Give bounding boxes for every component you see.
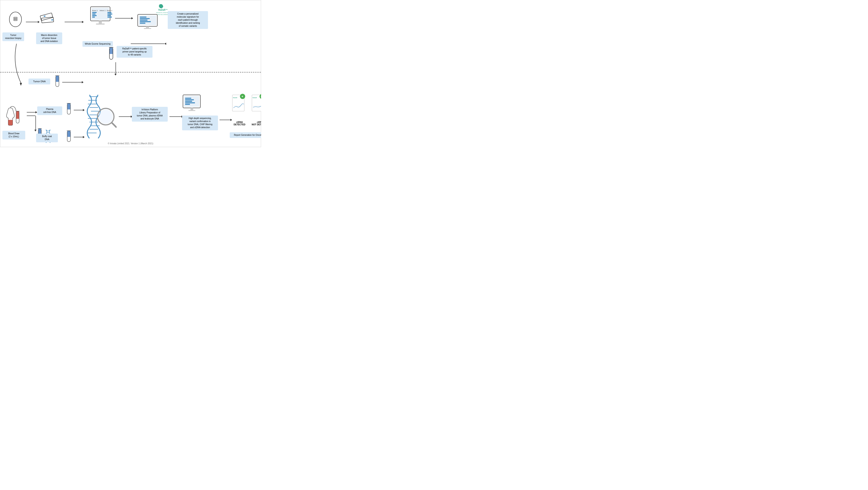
wes-label: Whole Exome Sequencing [83,41,113,47]
svg-rect-45 [16,111,19,119]
workflow-diagram: Tumor resection/ biopsy Macro dissection… [0,0,261,147]
arrow-tumor-to-helix [62,81,84,83]
svg-rect-84 [185,102,195,103]
svg-point-0 [9,12,22,27]
svg-marker-40 [20,83,22,86]
svg-rect-2 [14,18,15,19]
arrow-blood-buffy-head [34,130,36,131]
svg-rect-18 [92,13,95,14]
svg-text:RaDaR: RaDaR [233,97,237,98]
ctdna-not-detected-label: ctDNA NOT DETECTED [250,121,261,126]
wes-icon: Exon 1 Intron 1 Exon 2 [84,6,117,35]
arrow-highdepth-ctdna [219,119,232,121]
svg-rect-12 [99,21,102,24]
svg-rect-48 [67,103,70,110]
svg-rect-82 [185,99,194,100]
svg-text:RESIDUAL DISEASE: RESIDUAL DISEASE [156,12,168,13]
section-divider [0,72,261,72]
arrow-4 [131,43,166,45]
blood-draw-icon [3,105,27,129]
arrow-invision-highdepth [169,116,183,118]
tumor-dna-label: Tumor DNA [29,79,50,85]
arrow-blood-buffy-h [27,116,35,116]
ctdna-not-detected-icon: RaDaR - [251,94,261,119]
report-label: Report Generation for Oncologist [230,132,261,138]
svg-rect-79 [191,108,193,110]
svg-rect-33 [140,18,150,19]
blood-draw-label: Blood Draw (2 x 10mL) [2,131,25,140]
invision-label: InVision Platform Library Preparation of… [132,107,168,122]
svg-rect-9 [51,19,53,21]
svg-rect-83 [185,101,192,102]
plasma-tube [65,103,73,119]
svg-rect-38 [110,48,113,54]
svg-text:RaDaR: RaDaR [253,97,257,98]
svg-rect-42 [56,76,59,82]
svg-rect-35 [140,21,151,22]
svg-rect-61 [67,131,70,137]
svg-rect-31 [144,28,151,29]
macro-dissection-label: Macro dissection of tumor tissue and DNA… [36,32,62,44]
macro-dissection-icon [39,10,61,28]
svg-rect-32 [140,17,146,18]
svg-rect-81 [185,98,191,99]
svg-rect-20 [92,17,95,18]
arrow-3 [115,17,133,19]
svg-rect-3 [16,18,17,19]
arrow-1 [26,21,40,23]
arrow-down-primer-head [115,74,117,75]
svg-rect-5 [16,19,17,20]
svg-rect-24 [107,17,112,18]
plasma-label: Plasma cell-free DNA [37,106,62,115]
tumor-resection-icon [7,11,24,32]
svg-rect-17 [92,12,97,13]
svg-text:AND RECURRENCE: AND RECURRENCE [157,14,168,15]
svg-rect-23 [107,15,111,16]
arrow-down-primer [116,62,116,74]
primer-tube-icon [107,47,116,65]
svg-text:RaDaR™: RaDaR™ [158,9,168,11]
svg-point-75 [98,110,113,124]
buffy-coat-label: Buffy coat DNA [36,133,58,142]
ctdna-detected-label: ctDNA DETECTED [231,121,248,126]
svg-rect-36 [140,23,145,24]
arrow-helix-invision [119,116,132,118]
svg-text:Intron 1: Intron 1 [100,9,106,11]
svg-rect-30 [146,26,149,28]
high-depth-label: High depth sequencing, variant confirmat… [182,116,218,130]
svg-line-76 [112,123,116,127]
arrow-blood-buffy-v [35,116,36,130]
radar-computer-icon: RaDaR™ RESIDUAL DISEASE AND RECURRENCE [133,3,168,30]
svg-text:Exon 1: Exon 1 [92,9,98,11]
svg-rect-85 [185,104,190,105]
svg-text:+: + [242,95,243,98]
svg-rect-1 [14,17,17,21]
svg-rect-6 [40,13,53,21]
arrow-2 [65,21,84,23]
primer-panel-label: RaDaR™ patient-specific primer panel tar… [117,46,153,58]
svg-text:-: - [260,94,261,98]
svg-rect-13 [96,24,105,25]
dna-helix-magnifier [82,91,117,139]
svg-rect-34 [140,20,148,21]
svg-text:Exon 2: Exon 2 [107,9,112,11]
svg-rect-8 [44,16,46,17]
svg-rect-4 [14,19,15,20]
svg-rect-21 [107,12,112,13]
arrow-blood-plasma [27,111,37,113]
ctdna-detected-icon: RaDaR + [231,94,249,119]
svg-rect-80 [188,110,195,111]
tumor-resection-label: Tumor resection/ biopsy [2,32,24,41]
svg-rect-22 [107,13,112,14]
tumor-dna-tube [54,75,61,91]
footer: © Inivata Limited 2021. Version 1 (March… [0,142,261,145]
high-depth-icon [182,94,204,114]
personalized-signature-label: Create a personalized molecular signatur… [168,11,208,29]
svg-rect-19 [92,15,97,16]
